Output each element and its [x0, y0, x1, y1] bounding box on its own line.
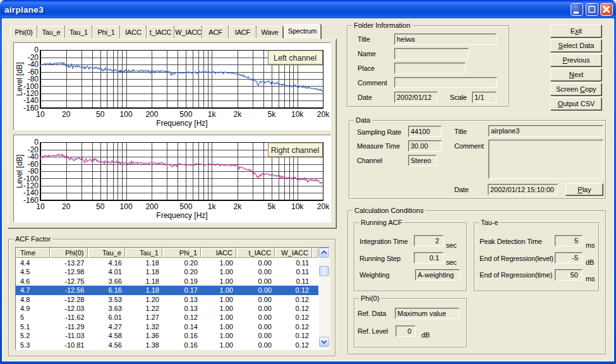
- svg-text:2k: 2k: [234, 202, 243, 211]
- svg-text:200: 200: [145, 202, 158, 211]
- svg-text:100: 100: [120, 202, 133, 211]
- svg-text:5k: 5k: [268, 202, 277, 211]
- svg-text:20: 20: [62, 110, 71, 119]
- svg-text:Frequency [Hz]: Frequency [Hz]: [156, 119, 207, 128]
- svg-text:5k: 5k: [268, 110, 277, 119]
- svg-text:500: 500: [179, 202, 192, 211]
- svg-text:Level [dB]: Level [dB]: [15, 154, 24, 188]
- svg-text:Right channel: Right channel: [271, 146, 319, 155]
- svg-text:Level [dB]: Level [dB]: [15, 62, 24, 95]
- svg-text:200: 200: [145, 110, 158, 119]
- svg-text:100: 100: [120, 110, 133, 119]
- svg-text:Frequency [Hz]: Frequency [Hz]: [156, 211, 207, 220]
- svg-text:Left channel: Left channel: [274, 54, 317, 63]
- svg-text:10k: 10k: [291, 202, 304, 211]
- svg-text:20k: 20k: [317, 110, 330, 119]
- svg-text:50: 50: [96, 110, 105, 119]
- svg-text:500: 500: [179, 110, 192, 119]
- svg-text:20k: 20k: [317, 202, 330, 211]
- svg-text:1k: 1k: [208, 202, 217, 211]
- svg-text:1k: 1k: [208, 110, 217, 119]
- svg-text:20: 20: [62, 202, 71, 211]
- svg-text:10: 10: [36, 110, 45, 119]
- svg-text:10k: 10k: [291, 110, 304, 119]
- svg-text:2k: 2k: [234, 110, 243, 119]
- svg-text:50: 50: [96, 202, 105, 211]
- svg-text:10: 10: [36, 202, 45, 211]
